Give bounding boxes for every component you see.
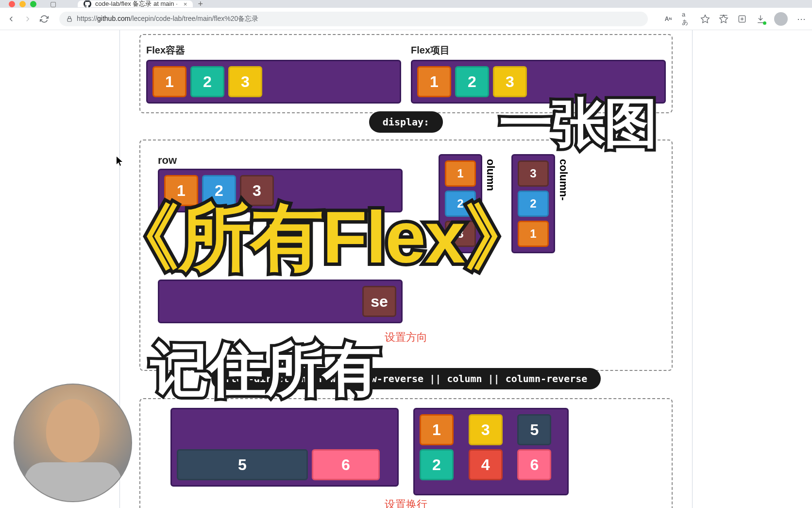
flex-item: 1 [417,66,451,97]
svg-rect-0 [68,18,71,21]
favorite-icon[interactable] [700,14,710,24]
column-label: olumn [484,159,497,191]
flex-item: 4 [469,449,503,480]
collections-icon[interactable] [737,14,747,24]
wrap-demo-1: 1 2 3 4 5 6 [170,408,399,487]
lock-icon [66,16,73,22]
tab-close-icon[interactable]: × [184,0,187,7]
tab-title: code-lab/flex 备忘录 at main · [95,0,178,7]
flex-item: 2 [455,66,489,97]
text-size-icon[interactable]: AN [663,14,673,24]
nav-bar: https://github.com/lecepin/code-lab/tree… [0,8,812,30]
window-close-button[interactable] [9,1,15,7]
flex-item: 1 [445,160,476,187]
back-button[interactable] [6,14,17,24]
flex-item: 5 [517,414,551,445]
mouse-cursor [117,157,123,166]
github-icon [84,0,91,7]
new-tab-button[interactable]: + [198,0,203,9]
browser-tab[interactable]: code-lab/flex 备忘录 at main · × [78,0,193,7]
flex-item: 3 [228,66,262,97]
flex-container-demo: 1 2 3 [146,60,401,104]
flex-item: 2 [420,449,454,480]
more-icon[interactable]: ⋯ [796,14,806,24]
flex-item: 6 [312,449,380,480]
wrap-title-cn: 设置换行 [146,497,666,508]
flex-wrap-section: 1 2 3 4 5 6 1 2 3 4 5 6 [139,398,673,508]
flex-item: 2 [190,66,224,97]
overlay-line-1: 一张图 [499,88,657,160]
window-minimize-button[interactable] [19,1,26,7]
downloads-icon[interactable] [756,14,765,24]
favorites-bar-icon[interactable] [719,14,728,24]
display-code-badge: display: [369,111,443,133]
row-label: row [158,154,403,167]
flex-item-label: Flex项目 [411,44,666,57]
window-maximize-button[interactable] [30,1,36,7]
translate-icon[interactable]: aあ [682,14,692,24]
tab-bar: ▢ code-lab/flex 备忘录 at main · × + [0,0,812,8]
url-text: https://github.com/lecepin/code-lab/tree… [77,15,258,23]
column-reverse-label: column- [557,159,570,201]
flex-item: 1 [420,414,454,445]
profile-avatar[interactable] [774,12,788,26]
wrap-demo-2: 1 2 3 4 5 6 [413,408,569,495]
sidebar-toggle-icon[interactable]: ▢ [50,0,56,8]
forward-button[interactable] [22,14,33,24]
flex-item: se [362,286,396,317]
overlay-line-2: 《所有Flex》 [107,190,536,288]
presenter-webcam [14,384,132,502]
flex-item: 3 [518,160,549,187]
overlay-line-3: 记住所有 [151,331,380,410]
reload-button[interactable] [39,14,50,24]
flex-container-label: Flex容器 [146,44,401,57]
address-bar[interactable]: https://github.com/lecepin/code-lab/tree… [59,12,648,26]
flex-item: 1 [152,66,186,97]
flex-item: 3 [469,414,503,445]
flex-item: 6 [517,449,551,480]
flex-item: 5 [177,449,308,480]
